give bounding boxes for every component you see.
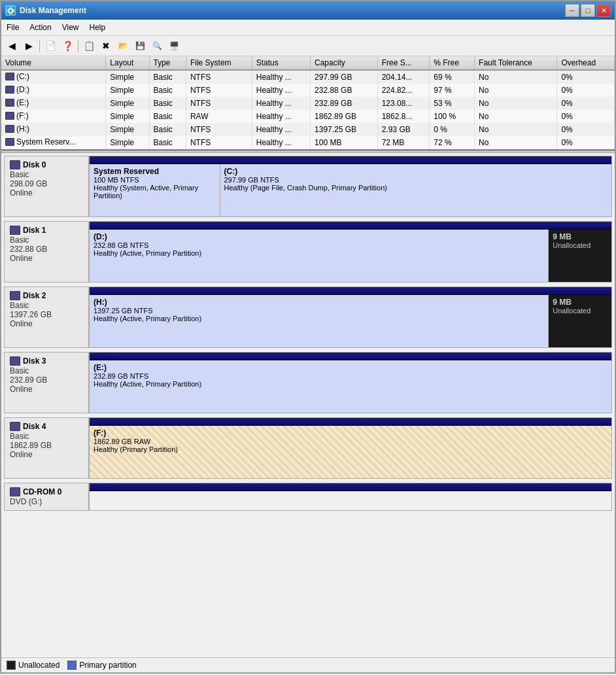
disk-id: Disk 2 <box>23 291 46 300</box>
table-row[interactable]: (H:) Simple Basic NTFS Healthy ... 1397.… <box>1 123 615 136</box>
close-button[interactable]: ✕ <box>596 4 611 17</box>
cell-overhead: 0% <box>557 136 615 149</box>
partition-name: (C:) <box>224 167 608 176</box>
disk-partitions-5 <box>89 483 612 511</box>
save-button[interactable]: 💾 <box>132 38 148 54</box>
disk-id: CD-ROM 0 <box>23 487 61 496</box>
cell-free: 2.93 GB <box>377 123 430 136</box>
disk-label-5: CD-ROM 0 DVD (G:) <box>4 483 89 511</box>
partition-name: (F:) <box>94 428 607 438</box>
disk-type: Basic <box>10 301 83 310</box>
delete-button[interactable]: ✖ <box>98 38 114 54</box>
disk-row: CD-ROM 0 DVD (G:) <box>4 483 612 511</box>
volume-list-view[interactable]: Volume Layout Type File System Status Ca… <box>1 56 615 150</box>
minimize-button[interactable]: ─ <box>565 4 579 17</box>
disk-label-2: Disk 2 Basic 1397.26 GB Online <box>4 286 89 348</box>
title-bar-left: 💽 Disk Management <box>5 5 86 16</box>
table-row[interactable]: (E:) Simple Basic NTFS Healthy ... 232.8… <box>1 97 615 110</box>
disk-map-view[interactable]: Disk 0 Basic 298.09 GB Online System Res… <box>1 153 615 657</box>
col-pct[interactable]: % Free <box>430 56 475 70</box>
disk-name: Disk 3 <box>10 356 83 366</box>
disk-status: Online <box>10 385 83 394</box>
cell-type: Basic <box>149 97 186 110</box>
toolbar-separator-2 <box>78 39 78 52</box>
disk-type: Basic <box>10 235 83 245</box>
disk-status: Online <box>10 450 83 459</box>
partitions-row: (D:) 232.88 GB NTFS Healthy (Active, Pri… <box>90 230 611 282</box>
menu-file[interactable]: File <box>1 21 24 34</box>
table-row[interactable]: System Reserv... Simple Basic NTFS Healt… <box>1 136 615 149</box>
col-type[interactable]: Type <box>149 56 186 70</box>
properties-button[interactable]: 📄 <box>43 38 58 54</box>
table-row[interactable]: (D:) Simple Basic NTFS Healthy ... 232.8… <box>1 84 615 97</box>
new-button[interactable]: 📋 <box>81 38 97 54</box>
disk-row: Disk 2 Basic 1397.26 GB Online (H:) 1397… <box>4 286 612 348</box>
partition-1-0[interactable]: (D:) 232.88 GB NTFS Healthy (Active, Pri… <box>90 230 549 282</box>
cell-overhead: 0% <box>557 110 615 123</box>
title-controls: ─ □ ✕ <box>565 4 611 17</box>
cell-status: Healthy ... <box>252 110 310 123</box>
cell-fault: No <box>475 123 557 136</box>
legend-unallocated-label: Unallocated <box>18 661 60 670</box>
open-button[interactable]: 📂 <box>115 38 131 54</box>
partition-2-0[interactable]: (H:) 1397.25 GB NTFS Healthy (Active, Pr… <box>90 295 549 347</box>
partition-3-0[interactable]: (E:) 232.89 GB NTFS Healthy (Active, Pri… <box>90 360 611 413</box>
disk-status: Online <box>10 188 83 198</box>
table-row[interactable]: (F:) Simple Basic RAW Healthy ... 1862.8… <box>1 110 615 123</box>
cell-free: 224.82... <box>377 84 430 97</box>
partition-status: Healthy (Primary Partition) <box>94 445 607 453</box>
maximize-button[interactable]: □ <box>581 4 595 17</box>
computer-button[interactable]: 🖥️ <box>166 38 182 54</box>
col-free[interactable]: Free S... <box>377 56 430 70</box>
disk-partitions-0: System Reserved 100 MB NTFS Healthy (Sys… <box>89 156 612 217</box>
disk-type: DVD (G:) <box>10 497 83 506</box>
col-fault[interactable]: Fault Tolerance <box>475 56 557 70</box>
search-button[interactable]: 🔍 <box>149 38 165 54</box>
cell-volume: (D:) <box>1 84 106 97</box>
col-layout[interactable]: Layout <box>106 56 149 70</box>
cell-pct: 100 % <box>430 110 475 123</box>
partition-4-0[interactable]: (F:) 1862.89 GB RAW Healthy (Primary Par… <box>90 426 611 478</box>
disk-status: Online <box>10 319 83 328</box>
menu-help[interactable]: Help <box>84 21 111 34</box>
cell-pct: 0 % <box>430 123 475 136</box>
disk-header-bar <box>90 222 611 230</box>
cell-pct: 97 % <box>430 84 475 97</box>
legend-primary-box <box>67 661 77 670</box>
partition-1-1[interactable]: 9 MB Unallocated <box>549 230 611 282</box>
disk-status: Online <box>10 254 83 263</box>
disk-id: Disk 1 <box>23 226 46 235</box>
disk-name: Disk 4 <box>10 422 83 431</box>
partition-0-1[interactable]: (C:) 297.99 GB NTFS Healthy (Page File, … <box>220 164 612 216</box>
partition-name: 9 MB <box>553 232 607 241</box>
window-title: Disk Management <box>20 6 86 15</box>
disk-name: Disk 2 <box>10 291 83 300</box>
cell-status: Healthy ... <box>252 123 310 136</box>
help-button[interactable]: ❓ <box>60 38 75 54</box>
toolbar-separator-1 <box>39 39 40 52</box>
disk-row: Disk 1 Basic 232.88 GB Online (D:) 232.8… <box>4 221 612 283</box>
partition-size: 1862.89 GB RAW <box>94 438 607 445</box>
partition-0-0[interactable]: System Reserved 100 MB NTFS Healthy (Sys… <box>90 164 220 216</box>
partition-2-1[interactable]: 9 MB Unallocated <box>549 295 611 347</box>
volume-icon <box>5 86 14 94</box>
forward-button[interactable]: ▶ <box>21 38 37 54</box>
cell-volume: (C:) <box>1 70 106 84</box>
col-overhead[interactable]: Overhead <box>557 56 615 70</box>
back-button[interactable]: ◀ <box>4 38 20 54</box>
col-status[interactable]: Status <box>252 56 310 70</box>
table-row[interactable]: (C:) Simple Basic NTFS Healthy ... 297.9… <box>1 70 615 84</box>
partition-name: (H:) <box>94 298 544 307</box>
menu-view[interactable]: View <box>57 21 84 34</box>
menu-action[interactable]: Action <box>24 21 56 34</box>
partitions-row: (E:) 232.89 GB NTFS Healthy (Active, Pri… <box>90 360 611 413</box>
disk-header-bar <box>90 287 611 295</box>
partition-size: 232.89 GB NTFS <box>94 372 607 380</box>
legend-primary-label: Primary partition <box>79 661 136 670</box>
disk-header-bar <box>90 483 611 491</box>
col-filesystem[interactable]: File System <box>186 56 252 70</box>
col-capacity[interactable]: Capacity <box>311 56 378 70</box>
partitions-row: (F:) 1862.89 GB RAW Healthy (Primary Par… <box>90 426 611 478</box>
col-volume[interactable]: Volume <box>1 56 106 70</box>
disk-row: Disk 0 Basic 298.09 GB Online System Res… <box>4 156 612 217</box>
